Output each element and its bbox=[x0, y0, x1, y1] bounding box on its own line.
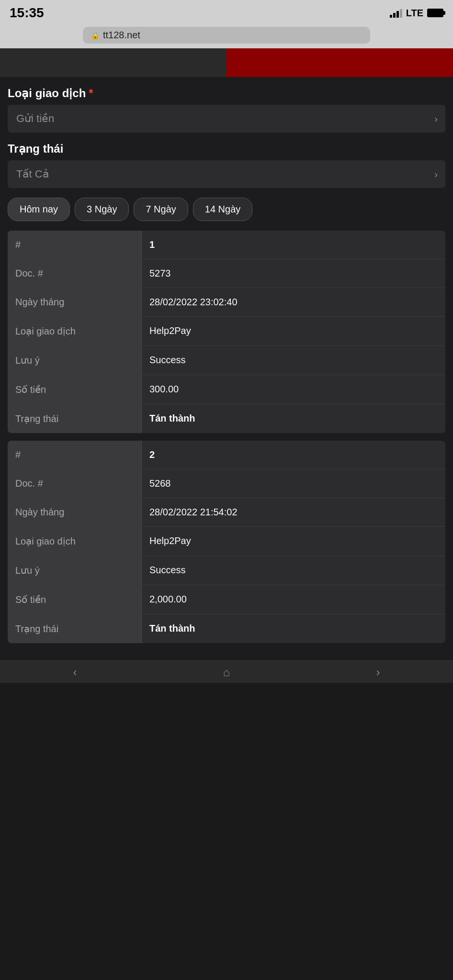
transaction-type-label: Loại giao dịch * bbox=[8, 87, 445, 100]
cell-value-date-2: 28/02/2022 21:54:02 bbox=[142, 498, 445, 526]
cell-value-index-2: 2 bbox=[142, 441, 445, 469]
cell-label-hash-2: # bbox=[8, 441, 142, 469]
table-row: # 2 bbox=[8, 441, 445, 469]
transaction-type-group: Loại giao dịch * Gửi tiền › bbox=[8, 87, 445, 133]
chevron-down-icon: › bbox=[434, 113, 438, 124]
cell-value-amount-1: 300.00 bbox=[142, 375, 445, 404]
cell-label-note-1: Lưu ý bbox=[8, 346, 142, 375]
bottom-nav: ‹ ⌂ › bbox=[0, 660, 453, 683]
url-bar: 🔒 tt128.net bbox=[0, 24, 453, 48]
transaction-type-value: Gửi tiền bbox=[16, 112, 54, 125]
cell-value-status-2: Tán thành bbox=[142, 614, 445, 643]
table-row: Doc. # 5273 bbox=[8, 259, 445, 288]
status-bar: 15:35 LTE bbox=[0, 0, 453, 24]
lock-icon: 🔒 bbox=[91, 31, 100, 40]
status-select[interactable]: Tất Cả › bbox=[8, 160, 445, 188]
cell-label-transtype-1: Loại giao dịch bbox=[8, 317, 142, 345]
table-row: Ngày tháng 28/02/2022 21:54:02 bbox=[8, 498, 445, 527]
table-row: Loại giao dịch Help2Pay bbox=[8, 527, 445, 556]
filter-3days-button[interactable]: 3 Ngày bbox=[75, 198, 129, 221]
status-time: 15:35 bbox=[10, 5, 44, 21]
table-row: Lưu ý Success bbox=[8, 346, 445, 375]
cell-value-docnum-2: 5268 bbox=[142, 469, 445, 498]
filter-7days-button[interactable]: 7 Ngày bbox=[134, 198, 188, 221]
bottom-nav-home[interactable]: ⌂ bbox=[223, 666, 230, 679]
status-label: Trạng thái bbox=[8, 142, 445, 156]
status-icons: LTE bbox=[390, 8, 443, 19]
url-text: tt128.net bbox=[103, 30, 140, 41]
table-row: Trạng thái Tán thành bbox=[8, 404, 445, 433]
bottom-nav-back[interactable]: ‹ bbox=[73, 666, 77, 679]
nav-tab-active[interactable] bbox=[226, 48, 453, 77]
cell-value-transtype-1: Help2Pay bbox=[142, 317, 445, 345]
home-icon: ⌂ bbox=[223, 666, 230, 679]
cell-label-date-1: Ngày tháng bbox=[8, 288, 142, 316]
transaction-type-select[interactable]: Gửi tiền › bbox=[8, 105, 445, 133]
cell-value-date-1: 28/02/2022 23:02:40 bbox=[142, 288, 445, 316]
date-filters: Hôm nay 3 Ngày 7 Ngày 14 Ngày bbox=[8, 198, 445, 221]
back-icon: ‹ bbox=[73, 666, 77, 679]
nav-tab-left[interactable] bbox=[0, 48, 226, 77]
forward-icon: › bbox=[376, 666, 380, 679]
cell-label-amount-1: Số tiền bbox=[8, 375, 142, 404]
table-row: Ngày tháng 28/02/2022 23:02:40 bbox=[8, 288, 445, 317]
cell-value-docnum-1: 5273 bbox=[142, 259, 445, 288]
cell-value-transtype-2: Help2Pay bbox=[142, 527, 445, 556]
bottom-nav-forward[interactable]: › bbox=[376, 666, 380, 679]
cell-value-amount-2: 2,000.00 bbox=[142, 585, 445, 614]
cell-label-docnum-2: Doc. # bbox=[8, 469, 142, 498]
cell-value-note-2: Success bbox=[142, 556, 445, 585]
status-group: Trạng thái Tất Cả › bbox=[8, 142, 445, 188]
cell-label-status-2: Trạng thái bbox=[8, 614, 142, 643]
main-content: Loại giao dịch * Gửi tiền › Trạng thái T… bbox=[0, 77, 453, 660]
cell-label-status-1: Trạng thái bbox=[8, 404, 142, 433]
table-row: Trạng thái Tán thành bbox=[8, 614, 445, 643]
cell-value-index-1: 1 bbox=[142, 231, 445, 259]
transaction-block-1: # 1 Doc. # 5273 Ngày tháng 28/02/2022 23… bbox=[8, 231, 445, 433]
cell-label-note-2: Lưu ý bbox=[8, 556, 142, 585]
cell-label-date-2: Ngày tháng bbox=[8, 498, 142, 526]
signal-icon bbox=[390, 8, 402, 18]
filter-today-button[interactable]: Hôm nay bbox=[8, 198, 70, 221]
cell-label-transtype-2: Loại giao dịch bbox=[8, 527, 142, 556]
table-row: Loại giao dịch Help2Pay bbox=[8, 317, 445, 346]
cell-label-docnum-1: Doc. # bbox=[8, 259, 142, 288]
filter-14days-button[interactable]: 14 Ngày bbox=[193, 198, 253, 221]
table-row: Số tiền 300.00 bbox=[8, 375, 445, 404]
cell-value-note-1: Success bbox=[142, 346, 445, 375]
required-star: * bbox=[89, 87, 93, 100]
nav-tabs bbox=[0, 48, 453, 77]
lte-label: LTE bbox=[406, 8, 423, 19]
status-value: Tất Cả bbox=[16, 168, 49, 180]
table-row: Doc. # 5268 bbox=[8, 469, 445, 498]
cell-label-amount-2: Số tiền bbox=[8, 585, 142, 614]
transaction-block-2: # 2 Doc. # 5268 Ngày tháng 28/02/2022 21… bbox=[8, 441, 445, 643]
url-bar-inner[interactable]: 🔒 tt128.net bbox=[83, 27, 370, 44]
table-row: Số tiền 2,000.00 bbox=[8, 585, 445, 614]
table-row: # 1 bbox=[8, 231, 445, 259]
cell-label-hash-1: # bbox=[8, 231, 142, 259]
chevron-down-icon-2: › bbox=[434, 169, 438, 180]
cell-value-status-1: Tán thành bbox=[142, 404, 445, 433]
battery-icon bbox=[427, 9, 443, 17]
table-row: Lưu ý Success bbox=[8, 556, 445, 585]
